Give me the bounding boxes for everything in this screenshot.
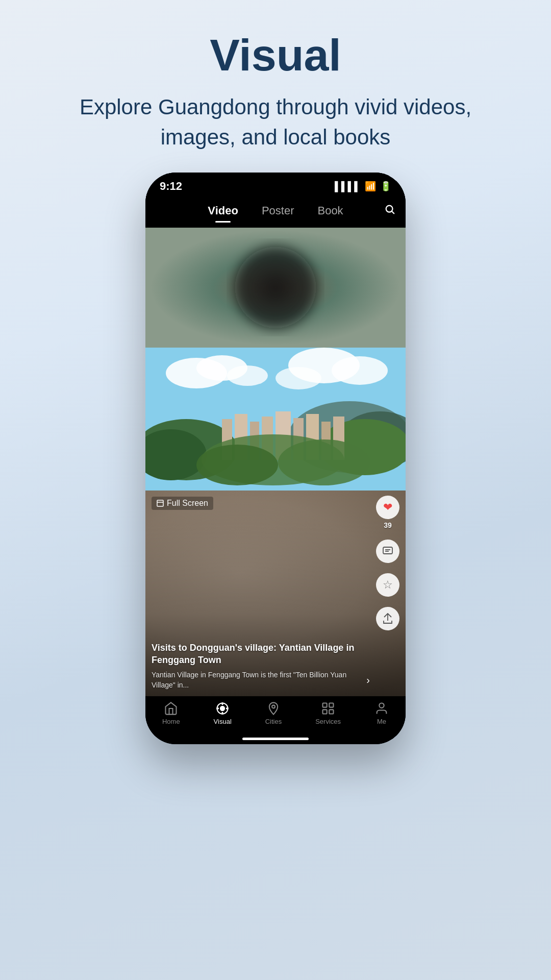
page-title: Visual bbox=[41, 31, 510, 80]
tab-book[interactable]: Book bbox=[313, 202, 347, 219]
svg-rect-30 bbox=[157, 500, 163, 506]
svg-rect-45 bbox=[329, 710, 333, 714]
svg-point-26 bbox=[196, 445, 278, 485]
nav-me-label: Me bbox=[377, 718, 386, 725]
video-info: Visits to Dongguan's village: Yantian Vi… bbox=[152, 642, 370, 690]
share-button[interactable] bbox=[376, 607, 399, 630]
svg-point-3 bbox=[235, 247, 316, 328]
svg-rect-42 bbox=[323, 703, 327, 707]
video-overlay: Full Screen ❤ 39 bbox=[145, 491, 406, 696]
share-icon bbox=[376, 607, 399, 630]
svg-point-10 bbox=[276, 367, 321, 389]
phone-screen: 9:12 ▌▌▌▌ 📶 🔋 Video Poster Book bbox=[145, 173, 406, 744]
content-area: Full Screen ❤ 39 bbox=[145, 228, 406, 696]
fullscreen-label: Full Screen bbox=[167, 499, 208, 508]
status-time: 9:12 bbox=[160, 180, 182, 193]
video-city[interactable] bbox=[145, 348, 406, 491]
svg-point-27 bbox=[278, 439, 370, 485]
status-bar: 9:12 ▌▌▌▌ 📶 🔋 bbox=[145, 173, 406, 197]
battery-icon: 🔋 bbox=[380, 181, 391, 192]
nav-visual-label: Visual bbox=[214, 718, 232, 725]
nav-home[interactable]: Home bbox=[162, 701, 180, 725]
nav-me[interactable]: Me bbox=[374, 701, 389, 725]
svg-rect-43 bbox=[329, 703, 333, 707]
phone-mockup: 9:12 ▌▌▌▌ 📶 🔋 Video Poster Book bbox=[145, 173, 406, 744]
heart-icon: ❤ bbox=[376, 496, 399, 519]
star-icon: ☆ bbox=[376, 573, 399, 597]
fullscreen-button[interactable]: Full Screen bbox=[152, 497, 213, 510]
right-actions: ❤ 39 bbox=[376, 496, 399, 630]
like-count: 39 bbox=[384, 521, 392, 529]
comment-button[interactable] bbox=[376, 540, 399, 563]
video-current[interactable]: Full Screen ❤ 39 bbox=[145, 491, 406, 696]
svg-point-41 bbox=[272, 705, 275, 708]
status-icons: ▌▌▌▌ 📶 🔋 bbox=[335, 181, 391, 192]
svg-point-36 bbox=[220, 706, 224, 710]
nav-visual[interactable]: Visual bbox=[214, 701, 232, 725]
page-subtitle: Explore Guangdong through vivid videos, … bbox=[41, 92, 510, 153]
nav-home-label: Home bbox=[162, 718, 180, 725]
svg-point-9 bbox=[332, 356, 388, 385]
expand-arrow[interactable]: › bbox=[366, 674, 370, 686]
star-button[interactable]: ☆ bbox=[376, 573, 399, 597]
tab-video[interactable]: Video bbox=[204, 202, 242, 219]
svg-rect-44 bbox=[323, 710, 327, 714]
svg-point-7 bbox=[227, 365, 268, 386]
svg-rect-32 bbox=[383, 547, 392, 554]
home-indicator bbox=[145, 736, 406, 744]
svg-rect-2 bbox=[145, 228, 406, 348]
wifi-icon: 📶 bbox=[365, 181, 376, 192]
svg-line-1 bbox=[392, 212, 394, 214]
tab-poster[interactable]: Poster bbox=[258, 202, 298, 219]
page-header: Visual Explore Guangdong through vivid v… bbox=[0, 0, 551, 173]
nav-services[interactable]: Services bbox=[315, 701, 341, 725]
video-desc-row: Yantian Village in Fenggang Town is the … bbox=[152, 670, 370, 690]
video-blurred-1[interactable] bbox=[145, 228, 406, 348]
signal-icon: ▌▌▌▌ bbox=[335, 181, 361, 192]
top-nav: Video Poster Book bbox=[145, 197, 406, 228]
search-button[interactable] bbox=[384, 204, 395, 218]
svg-point-46 bbox=[379, 703, 384, 708]
comment-icon bbox=[376, 540, 399, 563]
nav-cities-label: Cities bbox=[265, 718, 282, 725]
home-bar bbox=[242, 738, 309, 740]
video-description: Yantian Village in Fenggang Town is the … bbox=[152, 670, 362, 690]
video-title: Visits to Dongguan's village: Yantian Vi… bbox=[152, 642, 370, 666]
nav-cities[interactable]: Cities bbox=[265, 701, 282, 725]
nav-services-label: Services bbox=[315, 718, 341, 725]
bottom-nav: Home Visual Cities bbox=[145, 696, 406, 736]
like-button[interactable]: ❤ 39 bbox=[376, 496, 399, 529]
